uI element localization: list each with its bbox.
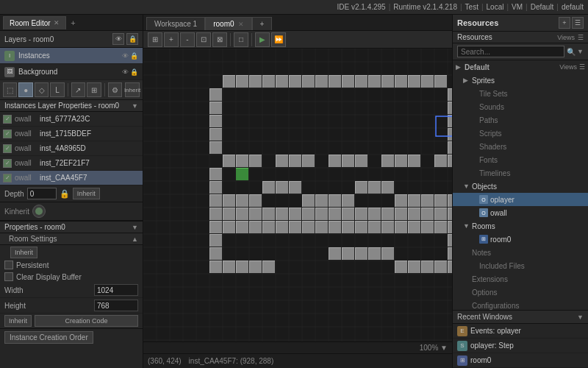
tree-room0[interactable]: ⊞ room0 [453, 233, 588, 246]
canvas-rect-btn[interactable]: □ [234, 32, 248, 47]
instances-eye-icon[interactable]: 👁 [122, 52, 129, 60]
depth-lock-icon[interactable]: 🔒 [60, 189, 70, 199]
recent-item-events-oplayer[interactable]: E Events: oplayer [453, 324, 588, 339]
canvas-zoom-100-btn[interactable]: ⊡ [196, 32, 211, 47]
instances-icon: I [4, 51, 15, 61]
tree-paths[interactable]: Paths [453, 113, 588, 127]
instance-row-3[interactable]: owall inst_72EF21F7 [0, 156, 143, 171]
room0-tab-close[interactable]: ✕ [238, 21, 244, 28]
recent-item-oplayer-step[interactable]: S oplayer: Step [453, 339, 588, 353]
room-inherit-btn[interactable]: Inherit [10, 247, 37, 258]
center-add-tab[interactable]: + [252, 17, 273, 30]
tree-objects[interactable]: ▼ Objects [453, 180, 588, 193]
tree-options[interactable]: Options [453, 286, 588, 299]
canvas-grid-btn[interactable]: ⊞ [148, 32, 162, 47]
instance-cb-0[interactable] [3, 115, 12, 124]
inherit-toggle[interactable]: Inherit [125, 82, 140, 97]
creation-code-btn[interactable]: Creation Code [35, 315, 138, 327]
tool-move[interactable]: ↗ [71, 82, 85, 97]
search-dropdown-icon[interactable]: ▼ [577, 48, 584, 55]
layer-lock-btn[interactable]: 🔒 [126, 33, 138, 45]
layers-header: Layers - room0 👁 🔒 [0, 31, 143, 48]
tree-timelines[interactable]: Timelines [453, 166, 588, 180]
persistent-cb[interactable] [4, 261, 13, 269]
room-canvas[interactable] [143, 49, 452, 342]
instance-creation-order-btn[interactable]: Instance Creation Order [4, 331, 93, 344]
tree-extensions[interactable]: Extensions [453, 272, 588, 286]
recent-item-room0[interactable]: ⊞ room0 [453, 353, 588, 368]
background-lock-icon[interactable]: 🔒 [130, 68, 138, 76]
canvas-zoom-out-btn[interactable]: - [180, 32, 195, 47]
canvas-run-btn[interactable]: ▶ [255, 32, 270, 47]
ide-version: IDE v2.1.4.295 [337, 3, 386, 11]
persistent-checkbox[interactable]: Persistent [0, 259, 143, 271]
tree-fonts[interactable]: Fonts [453, 153, 588, 166]
tree-tilesets[interactable]: Tile Sets [453, 87, 588, 100]
instance-row-1[interactable]: owall inst_1715BDEF [0, 127, 143, 141]
height-input[interactable] [94, 300, 138, 311]
res-search-input[interactable] [457, 46, 564, 57]
tree-owall[interactable]: O owall [453, 206, 588, 219]
tree-rooms[interactable]: ▼ Rooms [453, 219, 588, 233]
instance-cb-4[interactable] [3, 174, 12, 183]
tree-scripts[interactable]: Scripts [453, 127, 588, 140]
width-input[interactable] [94, 284, 138, 296]
tool-line[interactable]: L [50, 82, 64, 97]
instances-lock-icon[interactable]: 🔒 [130, 52, 138, 60]
background-icon: 🖼 [4, 67, 15, 77]
room0-tab[interactable]: room0 ✕ [205, 17, 251, 30]
recent-windows-toggle[interactable]: ▼ [577, 314, 584, 321]
room-editor-tab-close[interactable]: ✕ [54, 19, 60, 26]
canvas-area[interactable] [143, 49, 452, 342]
depth-input[interactable] [27, 188, 57, 199]
kinherit-circle[interactable] [32, 205, 46, 218]
tree-sprites[interactable]: ▶ Sprites [453, 74, 588, 87]
layer-eye-btn[interactable]: 👁 [112, 33, 124, 45]
tool-brush[interactable]: ● [18, 82, 32, 97]
room-settings-header[interactable]: Room Settings ▲ [0, 233, 143, 245]
instance-row-2[interactable]: owall inst_4A8965D [0, 141, 143, 156]
profile-vm[interactable]: VM [512, 3, 523, 11]
left-panel-add-tab[interactable]: + [68, 17, 79, 29]
background-eye-icon[interactable]: 👁 [122, 68, 129, 76]
layer-background[interactable]: 🖼 Background 👁 🔒 [0, 64, 143, 80]
res-menu-btn[interactable]: ☰ [572, 17, 584, 29]
tree-included-files[interactable]: Included Files [453, 259, 588, 272]
tool-select[interactable]: ⬚ [3, 82, 17, 97]
profile-default[interactable]: Default [531, 3, 554, 11]
instance-cb-3[interactable] [3, 159, 12, 168]
top-bar: IDE v2.1.4.295 | Runtime v2.1.4.218 | Te… [0, 0, 588, 15]
tree-shaders[interactable]: Shaders [453, 140, 588, 153]
depth-inherit-btn[interactable]: Inherit [73, 188, 100, 199]
tree-notes[interactable]: Notes [453, 246, 588, 259]
tree-sounds[interactable]: Sounds [453, 100, 588, 113]
resources-header: Resources + ☰ [453, 15, 588, 32]
instance-cb-2[interactable] [3, 144, 12, 153]
res-add-btn[interactable]: + [559, 17, 570, 29]
profile-default2[interactable]: default [562, 3, 584, 11]
room-editor-tab[interactable]: Room Editor ✕ [3, 16, 66, 29]
canvas-zoom-in-btn[interactable]: + [164, 32, 179, 47]
layer-toolbar: ⬚ ● ◇ L ↗ ⊞ ⚙ Inherit [0, 80, 143, 100]
profile-test[interactable]: Test [465, 3, 478, 11]
canvas-fast-btn[interactable]: ⏩ [271, 32, 286, 47]
owall-icon: O [479, 208, 488, 217]
layer-instances[interactable]: I Instances 👁 🔒 [0, 48, 143, 64]
tree-default[interactable]: ▶ Default Views ☰ [453, 60, 588, 74]
tree-configurations[interactable]: Configurations [453, 299, 588, 310]
profile-local[interactable]: Local [487, 3, 504, 11]
clear-display-checkbox[interactable]: Clear Display Buffer [0, 271, 143, 283]
instance-row-0[interactable]: owall inst_6777A23C [0, 112, 143, 127]
tree-oplayer[interactable]: O oplayer [453, 193, 588, 206]
zoom-percent[interactable]: 100% ▼ [420, 344, 448, 352]
tool-fill[interactable]: ⊞ [87, 82, 101, 97]
creation-code-inherit-btn[interactable]: Inherit [4, 315, 32, 327]
instance-cb-1[interactable] [3, 130, 12, 138]
workspace-tab[interactable]: Workspace 1 [146, 17, 205, 30]
clear-display-cb[interactable] [4, 272, 13, 281]
canvas-zoom-fit-btn[interactable]: ⊠ [212, 32, 227, 47]
views-label[interactable]: Views [557, 34, 575, 41]
tool-eraser[interactable]: ◇ [35, 82, 49, 97]
instance-row-4[interactable]: owall inst_CAA45F7 [0, 171, 143, 185]
tool-settings[interactable]: ⚙ [108, 82, 122, 97]
